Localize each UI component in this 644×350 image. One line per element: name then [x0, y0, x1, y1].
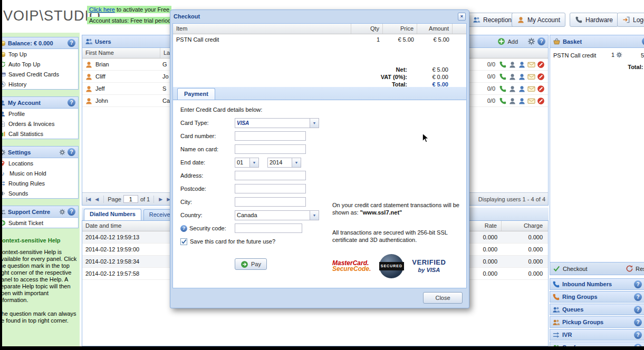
name-on-card-input[interactable] — [235, 144, 306, 154]
sidebar-item-profile[interactable]: Profile — [2, 109, 78, 119]
activate-link[interactable]: Click here — [89, 6, 115, 13]
gear-icon[interactable] — [527, 37, 535, 45]
email-icon[interactable] — [527, 97, 535, 105]
sidebar-item-top-up[interactable]: Top Up — [2, 49, 78, 59]
checkout-button[interactable]: Checkout — [553, 265, 587, 273]
add-user-button[interactable]: Add — [497, 37, 518, 45]
reception-button[interactable]: Reception — [467, 13, 517, 27]
panel-conferences[interactable]: Conferences? — [550, 342, 644, 346]
vat-value: € 0.00 — [407, 73, 448, 81]
card-type-select[interactable]: VISA▼ — [235, 118, 319, 128]
basket-title: Basket — [563, 38, 582, 45]
reset-button[interactable]: Reset — [626, 265, 644, 273]
sidebar-item-locations[interactable]: Locations — [2, 158, 78, 168]
help-icon[interactable]: ? — [634, 318, 642, 326]
page-number-input[interactable] — [123, 195, 138, 203]
city-input[interactable] — [235, 197, 306, 207]
email-icon[interactable] — [527, 61, 535, 69]
user-settings-icon[interactable] — [508, 73, 516, 81]
phone-icon[interactable] — [499, 61, 507, 69]
expiry-month-select[interactable]: 01▼ — [235, 158, 259, 168]
order-grid-header: Item Qty Price Amount — [173, 24, 466, 34]
sidebar-item-call-statistics[interactable]: Call Statistics — [2, 129, 78, 139]
basket-footer: Checkout Reset — [550, 262, 644, 275]
visa-logo: VISA — [235, 120, 310, 126]
column-rate[interactable]: Rate — [465, 221, 502, 231]
dialog-title: Checkout — [174, 13, 200, 20]
phone-icon[interactable] — [499, 85, 507, 93]
voicemail-icon[interactable] — [518, 73, 526, 81]
column-first-name[interactable]: First Name — [82, 48, 160, 58]
help-icon[interactable]: ? — [634, 293, 642, 301]
column-charge[interactable]: Charge — [502, 221, 548, 231]
voicemail-icon[interactable] — [518, 97, 526, 105]
card-number-input[interactable] — [235, 131, 306, 141]
ivr-icon — [552, 331, 560, 339]
help-icon[interactable]: ? — [68, 208, 75, 216]
delete-icon[interactable] — [537, 73, 545, 81]
help-icon[interactable]: ? — [634, 344, 642, 347]
item-options-icon[interactable] — [616, 52, 622, 58]
call-datetime: 2014-02-12 19:57:58 — [82, 270, 139, 277]
user-settings-icon[interactable] — [508, 85, 516, 93]
net-label: Net: — [364, 66, 407, 73]
user-last-name: Jo — [162, 73, 169, 80]
sidebar-item-music-on-hold[interactable]: ♪Music on Hold — [2, 168, 78, 178]
close-icon[interactable]: × — [458, 13, 466, 21]
voicemail-icon[interactable] — [518, 61, 526, 69]
sidebar-item-history[interactable]: History — [2, 79, 78, 89]
pay-button[interactable]: Pay — [235, 258, 267, 270]
delete-icon[interactable] — [537, 85, 545, 93]
net-value: € 5.00 — [407, 66, 448, 73]
logout-label: Logout — [633, 16, 644, 24]
email-icon[interactable] — [527, 85, 535, 93]
close-button[interactable]: Close — [423, 292, 463, 304]
delete-icon[interactable] — [537, 97, 545, 105]
first-page-icon[interactable]: |◀ — [85, 197, 92, 202]
help-icon[interactable]: ? — [180, 225, 187, 232]
help-icon[interactable]: ? — [68, 99, 75, 106]
panel-ivr[interactable]: IVR? — [550, 329, 644, 341]
column-date-time[interactable]: Date and time — [82, 221, 176, 231]
panel-inbound-numbers[interactable]: Inbound Numbers? — [550, 278, 644, 290]
phone-icon[interactable] — [499, 73, 507, 81]
hardware-button[interactable]: Hardware — [570, 13, 618, 27]
panel-ring-groups[interactable]: Ring Groups? — [550, 291, 644, 303]
help-icon[interactable]: ? — [68, 148, 75, 156]
sidebar-item-routing-rules[interactable]: Routing Rules — [2, 178, 78, 188]
user-settings-icon[interactable] — [508, 97, 516, 105]
sidebar-item-submit-ticket[interactable]: Submit Ticket — [2, 218, 78, 228]
postcode-input[interactable] — [235, 184, 306, 193]
panel-pickup-groups[interactable]: Pickup Groups? — [550, 316, 644, 328]
security-code-input[interactable] — [235, 223, 302, 233]
sidebar-item-saved-credit-cards[interactable]: Saved Credit Cards — [2, 69, 78, 79]
sidebar-item-orders-invoices[interactable]: Orders & Invoices — [2, 119, 78, 129]
logout-button[interactable]: Logout — [617, 13, 644, 27]
sidebar-item-sounds[interactable]: Sounds — [2, 188, 78, 198]
email-icon[interactable] — [527, 73, 535, 81]
help-icon[interactable]: ? — [537, 37, 545, 45]
help-icon[interactable]: ? — [634, 280, 642, 288]
help-icon[interactable]: ? — [634, 306, 642, 314]
panel-queues[interactable]: Queues? — [550, 304, 644, 315]
tab-payment[interactable]: Payment — [177, 88, 215, 100]
pay-icon — [241, 260, 248, 268]
next-page-icon[interactable]: ▶ — [158, 197, 164, 202]
voicemail-icon[interactable] — [518, 85, 526, 93]
user-settings-icon[interactable] — [508, 61, 516, 69]
phone-icon[interactable] — [499, 97, 507, 105]
delete-icon[interactable] — [537, 61, 545, 69]
help-icon[interactable]: ? — [68, 39, 75, 47]
my-account-button[interactable]: My Account — [512, 13, 565, 27]
expiry-year-select[interactable]: 2014▼ — [267, 158, 301, 168]
country-select[interactable]: Canada▼ — [235, 210, 319, 220]
help-icon[interactable]: ? — [642, 37, 644, 45]
prev-page-icon[interactable]: ◀ — [94, 197, 100, 202]
address-input[interactable] — [235, 171, 306, 180]
tab-dialled-numbers[interactable]: Dialled Numbers — [84, 209, 141, 220]
sidebar-item-auto-top-up[interactable]: Auto Top Up — [2, 59, 78, 69]
save-card-checkbox[interactable] — [180, 238, 187, 245]
help-icon[interactable]: ? — [634, 331, 642, 339]
gear-icon[interactable] — [59, 149, 65, 155]
gear-icon[interactable] — [59, 209, 65, 215]
